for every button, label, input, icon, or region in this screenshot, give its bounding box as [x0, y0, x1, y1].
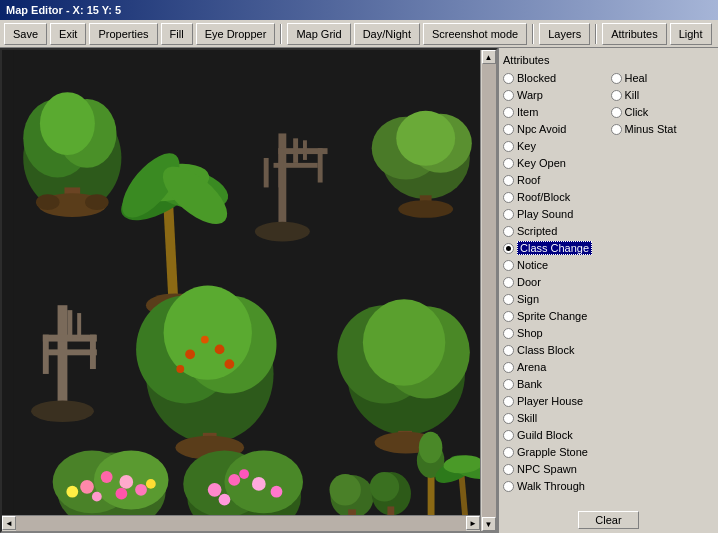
svg-point-72 [252, 477, 266, 491]
attr-row-class-block[interactable]: Class Block [503, 342, 607, 358]
attr-row-kill[interactable]: Kill [611, 87, 715, 103]
horizontal-scrollbar[interactable]: ◄ ► [2, 515, 480, 531]
radio-skill[interactable] [503, 413, 514, 424]
attr-row-shop[interactable]: Shop [503, 325, 607, 341]
attr-row-play-sound[interactable]: Play Sound [503, 206, 607, 222]
toolbar-separator [532, 24, 534, 44]
radio-label-roof-block: Roof/Block [517, 191, 570, 203]
attr-row-key[interactable]: Key [503, 138, 607, 154]
attr-row-sign[interactable]: Sign [503, 291, 607, 307]
radio-player-house[interactable] [503, 396, 514, 407]
radio-class-change[interactable] [503, 243, 514, 254]
svg-point-7 [36, 194, 60, 210]
toolbar-btn-fill[interactable]: Fill [161, 23, 193, 45]
toolbar-btn-map-grid[interactable]: Map Grid [287, 23, 350, 45]
radio-grapple-stone[interactable] [503, 447, 514, 458]
radio-label-key: Key [517, 140, 536, 152]
toolbar-btn-eye-dropper[interactable]: Eye Dropper [196, 23, 276, 45]
scroll-right-btn[interactable]: ► [466, 516, 480, 530]
radio-warp[interactable] [503, 90, 514, 101]
radio-class-block[interactable] [503, 345, 514, 356]
radio-click[interactable] [611, 107, 622, 118]
attr-row-walk-through[interactable]: Walk Through [503, 478, 607, 494]
toolbar-btn-save[interactable]: Save [4, 23, 47, 45]
scroll-track-h[interactable] [16, 516, 466, 531]
attr-row-arena[interactable]: Arena [503, 359, 607, 375]
attr-row-skill[interactable]: Skill [503, 410, 607, 426]
toolbar-btn-screenshot-mode[interactable]: Screenshot mode [423, 23, 527, 45]
attr-row-heal[interactable]: Heal [611, 70, 715, 86]
radio-label-shop: Shop [517, 327, 543, 339]
radio-notice[interactable] [503, 260, 514, 271]
attr-row-npc-avoid[interactable]: Npc Avoid [503, 121, 607, 137]
radio-shop[interactable] [503, 328, 514, 339]
attr-row-key-open[interactable]: Key Open [503, 155, 607, 171]
attr-row-notice[interactable]: Notice [503, 257, 607, 273]
radio-roof-block[interactable] [503, 192, 514, 203]
map-canvas[interactable]: ▲ ▼ ◄ ► [0, 48, 498, 533]
svg-rect-20 [278, 148, 283, 187]
radio-play-sound[interactable] [503, 209, 514, 220]
scroll-down-btn[interactable]: ▼ [482, 517, 496, 531]
radio-minus-stat[interactable] [611, 124, 622, 135]
radio-label-door: Door [517, 276, 541, 288]
radio-blocked[interactable] [503, 73, 514, 84]
svg-point-74 [239, 469, 249, 479]
radio-guild-block[interactable] [503, 430, 514, 441]
svg-point-45 [201, 336, 209, 344]
radio-arena[interactable] [503, 362, 514, 373]
radio-heal[interactable] [611, 73, 622, 84]
left-attr-col: BlockedWarpItemNpc AvoidKeyKey OpenRoofR… [503, 70, 607, 507]
toolbar-btn-day-night[interactable]: Day/Night [354, 23, 420, 45]
radio-npc-spawn[interactable] [503, 464, 514, 475]
toolbar: SaveExitPropertiesFillEye DropperMap Gri… [0, 20, 718, 48]
right-attr-col: HealKillClickMinus Stat [611, 70, 715, 507]
radio-npc-avoid[interactable] [503, 124, 514, 135]
vertical-scrollbar[interactable]: ▲ ▼ [480, 50, 496, 531]
scroll-up-btn[interactable]: ▲ [482, 50, 496, 64]
toolbar-btn-exit[interactable]: Exit [50, 23, 86, 45]
attr-row-grapple-stone[interactable]: Grapple Stone [503, 444, 607, 460]
scroll-track-v[interactable] [482, 64, 496, 517]
attr-row-click[interactable]: Click [611, 104, 715, 120]
radio-label-bank: Bank [517, 378, 542, 390]
svg-point-66 [146, 479, 156, 489]
attr-row-scripted[interactable]: Scripted [503, 223, 607, 239]
attr-row-sprite-change[interactable]: Sprite Change [503, 308, 607, 324]
attr-row-warp[interactable]: Warp [503, 87, 607, 103]
radio-bank[interactable] [503, 379, 514, 390]
toolbar-btn-layers[interactable]: Layers [539, 23, 590, 45]
attr-row-minus-stat[interactable]: Minus Stat [611, 121, 715, 137]
radio-door[interactable] [503, 277, 514, 288]
radio-label-heal: Heal [625, 72, 648, 84]
radio-scripted[interactable] [503, 226, 514, 237]
svg-point-61 [119, 475, 133, 489]
toolbar-btn-attributes[interactable]: Attributes [602, 23, 666, 45]
svg-point-44 [215, 344, 225, 354]
attr-row-player-house[interactable]: Player House [503, 393, 607, 409]
attr-row-roof-block[interactable]: Roof/Block [503, 189, 607, 205]
svg-point-77 [329, 474, 360, 505]
attr-row-class-change[interactable]: Class Change [503, 240, 607, 256]
radio-sign[interactable] [503, 294, 514, 305]
attr-row-npc-spawn[interactable]: NPC Spawn [503, 461, 607, 477]
radio-roof[interactable] [503, 175, 514, 186]
attr-row-blocked[interactable]: Blocked [503, 70, 607, 86]
radio-walk-through[interactable] [503, 481, 514, 492]
attr-row-item[interactable]: Item [503, 104, 607, 120]
toolbar-btn-properties[interactable]: Properties [89, 23, 157, 45]
toolbar-separator [595, 24, 597, 44]
radio-kill[interactable] [611, 90, 622, 101]
clear-button[interactable]: Clear [578, 511, 638, 529]
toolbar-btn-light[interactable]: Light [670, 23, 712, 45]
radio-item[interactable] [503, 107, 514, 118]
attr-row-door[interactable]: Door [503, 274, 607, 290]
radio-sprite-change[interactable] [503, 311, 514, 322]
attr-row-bank[interactable]: Bank [503, 376, 607, 392]
scroll-left-btn[interactable]: ◄ [2, 516, 16, 530]
radio-key-open[interactable] [503, 158, 514, 169]
attr-row-guild-block[interactable]: Guild Block [503, 427, 607, 443]
attr-row-roof[interactable]: Roof [503, 172, 607, 188]
radio-key[interactable] [503, 141, 514, 152]
svg-point-70 [208, 483, 222, 497]
